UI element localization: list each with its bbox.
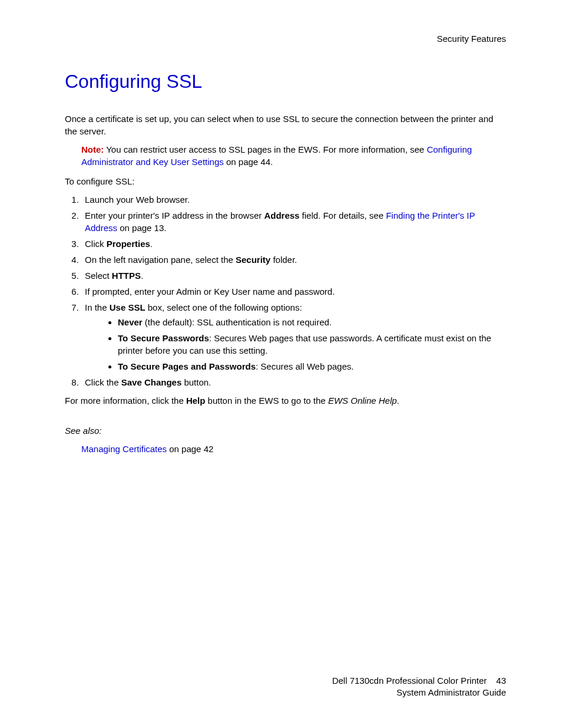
page-footer: Dell 7130cdn Professional Color Printer4… [332,675,506,699]
option-never-text: (the default): SSL authentication is not… [143,317,332,327]
more-info-bold: Help [186,396,206,406]
option-secure-pages-text: : Secures all Web pages. [256,361,353,371]
option-secure-pages-label: To Secure Pages and Passwords [118,361,256,371]
step-5-pre: Select [85,271,112,281]
step-2-bold: Address [264,210,299,220]
note-text-before: You can restrict user access to SSL page… [104,144,427,154]
document-page: Security Features Configuring SSL Once a… [0,0,562,728]
note-text-after: on page 44. [224,157,273,167]
more-info-pre: For more information, click the [65,396,186,406]
step-8: Click the Save Changes button. [81,376,506,388]
running-header: Security Features [65,32,506,45]
step-1: Launch your Web browser. [81,193,506,206]
more-info-italic: EWS Online Help [328,396,397,406]
option-never-label: Never [118,317,143,327]
page-number: 43 [496,675,506,687]
footer-line1: Dell 7130cdn Professional Color Printer [332,676,487,686]
steps-list: Launch your Web browser. Enter your prin… [65,193,506,388]
step-2: Enter your printer's IP address in the b… [81,209,506,234]
more-info: For more information, click the Help but… [65,394,506,407]
step-3: Click Properties. [81,238,506,250]
option-secure-passwords: To Secure Passwords: Secures Web pages t… [118,332,506,357]
see-also-body: Managing Certificates on page 42 [81,443,506,455]
link-managing-certificates[interactable]: Managing Certificates [81,444,167,454]
step-4-post: folder. [270,255,297,265]
step-6: If prompted, enter your Admin or Key Use… [81,285,506,298]
step-7-bold: Use SSL [110,302,146,312]
step-8-bold: Save Changes [121,377,182,387]
option-secure-pages-passwords: To Secure Pages and Passwords: Secures a… [118,360,506,373]
step-8-pre: Click the [85,377,121,387]
see-also-label: See also: [65,424,506,437]
step-7-post: box, select one of the following options… [146,302,302,312]
step-5-post: . [141,271,143,281]
step-5: Select HTTPS. [81,269,506,282]
step-4: On the left navigation pane, select the … [81,253,506,266]
intro-paragraph: Once a certificate is set up, you can se… [65,113,506,137]
options-list: Never (the default): SSL authentication … [85,316,506,373]
lead-in: To configure SSL: [65,175,506,187]
step-3-post: . [150,239,153,249]
note-block: Note: You can restrict user access to SS… [81,143,506,168]
see-also-post: on page 42 [167,444,213,454]
step-7: In the Use SSL box, select one of the fo… [81,301,506,373]
step-4-bold: Security [236,255,270,265]
option-secure-passwords-label: To Secure Passwords [118,333,209,343]
step-3-pre: Click [85,239,107,249]
step-8-post: button. [181,377,211,387]
step-5-bold: HTTPS [112,271,141,281]
footer-line2: System Administrator Guide [332,687,506,699]
option-never: Never (the default): SSL authentication … [118,316,506,328]
step-3-bold: Properties [107,239,150,249]
note-label: Note: [81,144,104,154]
more-info-mid: button in the EWS to go to the [205,396,328,406]
step-4-pre: On the left navigation pane, select the [85,255,236,265]
step-2-post: on page 13. [117,223,166,233]
more-info-post: . [397,396,399,406]
page-title: Configuring SSL [65,68,506,95]
step-2-mid: field. For details, see [299,210,386,220]
step-2-pre: Enter your printer's IP address in the b… [85,210,264,220]
step-7-pre: In the [85,302,110,312]
